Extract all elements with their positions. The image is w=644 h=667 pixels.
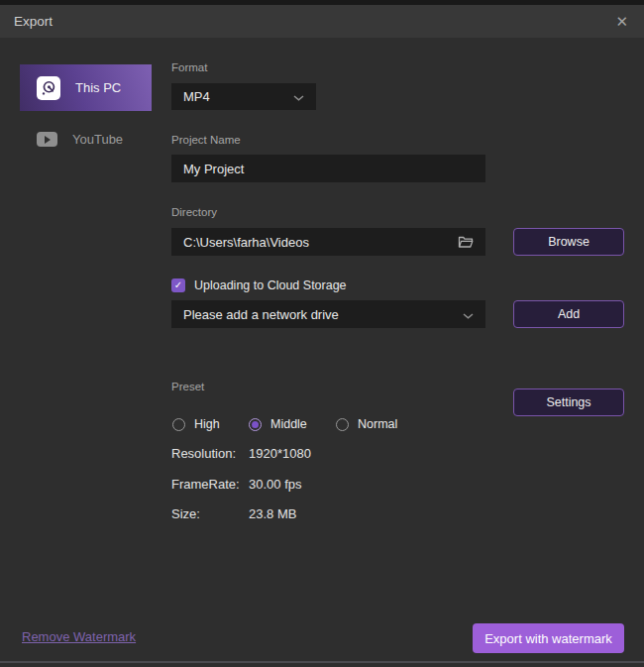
directory-input[interactable]: C:\Users\farha\Videos <box>171 228 485 256</box>
preset-radio-high[interactable]: High <box>172 416 220 432</box>
framerate-value: 30.00 fps <box>249 477 302 492</box>
export-with-watermark-button[interactable]: Export with watermark <box>473 623 624 653</box>
settings-button[interactable]: Settings <box>513 389 624 416</box>
radio-label: High <box>194 417 220 431</box>
chevron-down-icon <box>293 89 304 104</box>
chevron-down-icon <box>463 307 474 322</box>
close-icon[interactable]: ✕ <box>615 14 628 29</box>
radio-label: Middle <box>270 417 307 431</box>
dialog-title: Export <box>14 14 53 29</box>
hard-drive-icon <box>37 76 60 100</box>
add-button[interactable]: Add <box>513 300 624 328</box>
network-drive-select[interactable]: Please add a network drive <box>171 300 485 328</box>
format-value: MP4 <box>183 89 210 104</box>
directory-path: C:\Users\farha\Videos <box>183 235 309 250</box>
youtube-icon <box>37 132 57 147</box>
radio-icon <box>336 418 349 431</box>
checkbox-checked-icon: ✓ <box>171 278 185 292</box>
size-value: 23.8 MB <box>249 506 296 521</box>
cloud-storage-checkbox-row[interactable]: ✓ Uploading to Cloud Storage <box>171 278 347 293</box>
format-select[interactable]: MP4 <box>171 83 316 110</box>
sidebar-item-youtube[interactable]: YouTube <box>20 126 152 153</box>
directory-label: Directory <box>171 206 217 218</box>
format-label: Format <box>171 61 207 73</box>
preset-radio-middle[interactable]: Middle <box>249 416 307 432</box>
network-drive-value: Please add a network drive <box>183 307 339 322</box>
radio-label: Normal <box>358 417 397 431</box>
radio-icon <box>172 418 185 431</box>
sidebar-item-label: This PC <box>75 80 121 95</box>
project-name-label: Project Name <box>171 134 241 146</box>
framerate-label: FrameRate: <box>171 477 240 492</box>
size-label: Size: <box>171 506 200 521</box>
window-bottom-edge <box>0 661 644 663</box>
cloud-storage-label: Uploading to Cloud Storage <box>194 278 347 292</box>
resolution-value: 1920*1080 <box>249 446 311 461</box>
preset-radio-normal[interactable]: Normal <box>336 416 397 432</box>
preset-label: Preset <box>171 381 204 392</box>
resolution-label: Resolution: <box>171 446 236 461</box>
titlebar: Export ✕ <box>0 5 644 38</box>
project-name-input[interactable] <box>171 155 485 182</box>
folder-icon[interactable] <box>458 235 474 249</box>
sidebar-item-this-pc[interactable]: This PC <box>20 64 152 111</box>
browse-button[interactable]: Browse <box>513 228 624 256</box>
radio-icon <box>249 418 262 431</box>
sidebar-item-label: YouTube <box>72 132 123 147</box>
remove-watermark-link[interactable]: Remove Watermark <box>22 629 136 644</box>
